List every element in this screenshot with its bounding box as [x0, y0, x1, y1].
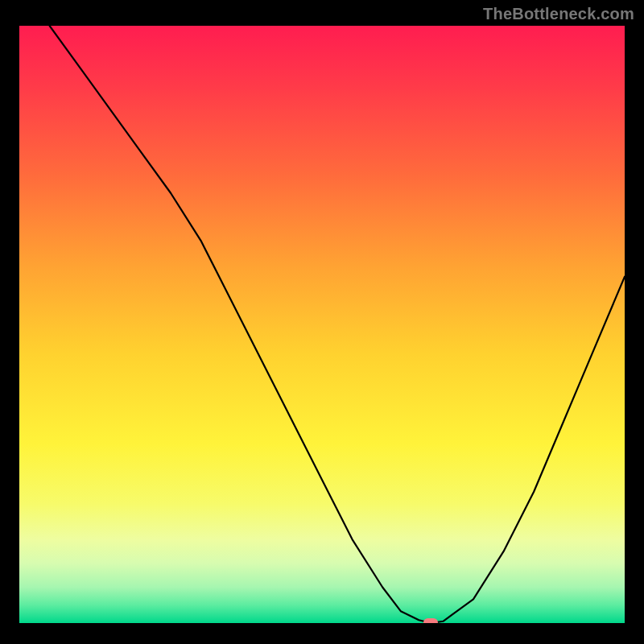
- plot-outer: [11, 11, 633, 633]
- optimal-point-marker: [423, 618, 438, 623]
- chart-frame: TheBottleneck.com: [0, 0, 644, 644]
- bottleneck-curve: [19, 26, 625, 623]
- plot-area: [19, 26, 625, 623]
- watermark-text: TheBottleneck.com: [483, 5, 634, 23]
- svg-rect-0: [19, 26, 625, 623]
- gradient-background: [19, 26, 625, 623]
